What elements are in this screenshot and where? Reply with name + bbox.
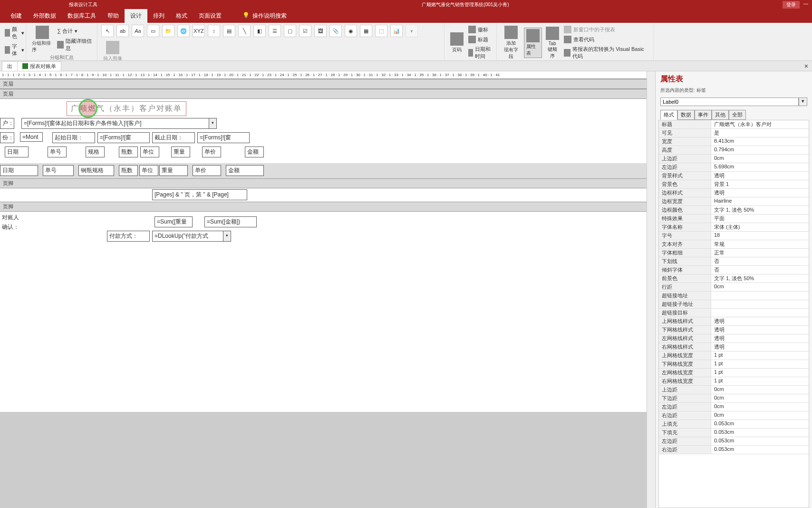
property-row[interactable]: 左网格线宽度1 pt: [659, 369, 809, 377]
property-row[interactable]: 特殊效果平面: [659, 215, 809, 223]
rect-icon[interactable]: ▢: [284, 25, 296, 37]
property-row[interactable]: 高度0.794cm: [659, 146, 809, 155]
close-tab-icon[interactable]: ×: [804, 62, 808, 70]
property-row[interactable]: 上边距0cm: [659, 386, 809, 394]
property-value[interactable]: 广顺燃气（永丰）客户对: [711, 120, 809, 128]
property-row[interactable]: 超链接目标: [659, 309, 809, 317]
controls-gallery[interactable]: ↖ ab Aa ▭ 📁 🌐 XYZ ↕ ▤ ╲ ◧ ☰ ▢ ☑ 🖼 📎 ◉ ▦ …: [101, 25, 440, 63]
group-sort-button[interactable]: 分组和排序: [30, 25, 54, 54]
toggle-icon[interactable]: ◧: [253, 25, 266, 37]
prop-tab-other[interactable]: 其他: [712, 110, 729, 120]
property-value[interactable]: 正常: [711, 249, 809, 257]
tab-external[interactable]: 外部数据: [28, 9, 62, 23]
listbox-icon[interactable]: ☰: [269, 25, 281, 37]
tab-design[interactable]: 设计: [125, 9, 147, 23]
detail-unit[interactable]: 单位: [139, 165, 158, 176]
property-value[interactable]: 0.053cm: [711, 437, 809, 445]
col-spec[interactable]: 规格: [86, 147, 105, 157]
doc-tab-out[interactable]: 出: [2, 61, 17, 71]
property-row[interactable]: 倾斜字体否: [659, 266, 809, 274]
property-row[interactable]: 字体名称宋体 (主体): [659, 223, 809, 232]
customer-label[interactable]: 户：: [0, 118, 14, 129]
property-value[interactable]: 否: [711, 257, 809, 265]
property-row[interactable]: 行距0cm: [659, 283, 809, 292]
start-date-label[interactable]: 起始日期：: [52, 132, 95, 143]
property-row[interactable]: 上网格线宽度1 pt: [659, 352, 809, 360]
totals-button[interactable]: ∑ 合计▾: [56, 27, 93, 36]
property-row[interactable]: 背景色背景 1: [659, 180, 809, 189]
detail-band[interactable]: 日期 单号 钢瓶规格 瓶数 单位 重量 单价 金额: [0, 163, 647, 178]
tab-pagesetup[interactable]: 页面设置: [193, 9, 227, 23]
property-value[interactable]: 透明: [711, 334, 809, 342]
property-row[interactable]: 上填充0.053cm: [659, 420, 809, 429]
customer-field[interactable]: =[Forms]![窗体起始日期和客户条件输入]![客户]: [21, 118, 209, 129]
col-price[interactable]: 单价: [202, 147, 221, 157]
tab-create[interactable]: 创建: [5, 9, 28, 23]
selector-dropdown-icon[interactable]: ▾: [799, 98, 807, 106]
detail-weight[interactable]: 重量: [159, 165, 188, 176]
prop-tab-data[interactable]: 数据: [677, 110, 695, 120]
property-value[interactable]: 0.794cm: [711, 146, 809, 154]
col-amount[interactable]: 金额: [245, 147, 264, 157]
pagebreak-icon[interactable]: ↕: [208, 25, 220, 37]
property-value[interactable]: 0cm: [711, 283, 809, 291]
property-value[interactable]: 0cm: [711, 411, 809, 420]
reconciler-label[interactable]: 对账人: [0, 213, 29, 223]
property-value[interactable]: 0cm: [711, 155, 809, 163]
horizontal-ruler[interactable]: 1 · 1 · 1 · 2 · 1 · 3 · 1 · 4 · 1 · 5 · …: [0, 71, 647, 79]
property-row[interactable]: 左边距0cm: [659, 403, 809, 411]
property-row[interactable]: 边框颜色文字 1, 淡色 50%: [659, 206, 809, 215]
frame-icon[interactable]: ⬚: [375, 25, 387, 37]
label-icon[interactable]: Aa: [132, 25, 144, 37]
payment-label[interactable]: 付款方式：: [107, 231, 150, 242]
property-row[interactable]: 字号18: [659, 232, 809, 240]
property-row[interactable]: 边框样式透明: [659, 189, 809, 197]
add-fields-button[interactable]: 添加 现有字段: [501, 25, 522, 61]
detail-no[interactable]: 单号: [43, 165, 74, 176]
subform-icon[interactable]: ▦: [360, 25, 372, 37]
property-value[interactable]: 0.053cm: [711, 446, 809, 454]
property-grid[interactable]: 标题广顺燃气（永丰）客户对可见是宽度8.413cm高度0.794cm上边距0cm…: [658, 120, 809, 508]
property-row[interactable]: 右边距0.053cm: [659, 446, 809, 454]
property-value[interactable]: 透明: [711, 317, 809, 325]
property-row[interactable]: 左网格线样式透明: [659, 334, 809, 343]
property-value[interactable]: 背景 1: [711, 180, 809, 188]
property-value[interactable]: 宋体 (主体): [711, 223, 809, 231]
page-expr-field[interactable]: [Pages] & " 页，第 " & [Page]: [152, 189, 247, 200]
property-value[interactable]: 平面: [711, 215, 809, 223]
end-date-label[interactable]: 截止日期：: [152, 132, 195, 143]
tab-help[interactable]: 帮助: [102, 9, 125, 23]
button-icon[interactable]: ▭: [147, 25, 159, 37]
property-row[interactable]: 文本对齐常规: [659, 240, 809, 249]
property-value[interactable]: 1 pt: [711, 377, 809, 385]
property-row[interactable]: 背景样式透明: [659, 172, 809, 180]
link-icon[interactable]: 🌐: [177, 25, 190, 37]
property-value[interactable]: 常规: [711, 240, 809, 248]
line-icon[interactable]: ╲: [238, 25, 251, 37]
option-icon[interactable]: ◉: [345, 25, 357, 37]
detail-date[interactable]: 日期: [0, 165, 38, 176]
detail-spec[interactable]: 钢瓶规格: [78, 165, 114, 176]
property-value[interactable]: 透明: [711, 326, 809, 334]
property-row[interactable]: 左边距0.053cm: [659, 437, 809, 446]
month-label[interactable]: 份：: [0, 132, 14, 143]
col-unit[interactable]: 单位: [140, 147, 159, 157]
detail-price[interactable]: 单价: [193, 165, 221, 176]
vertical-scrollbar[interactable]: [647, 71, 655, 508]
nav-icon[interactable]: XYZ: [193, 25, 205, 37]
col-no[interactable]: 单号: [48, 147, 67, 157]
insert-image-button[interactable]: 插入图像: [101, 40, 124, 63]
property-row[interactable]: 下边距0cm: [659, 394, 809, 403]
hide-details-button[interactable]: 隐藏详细信息: [56, 37, 93, 53]
col-weight[interactable]: 重量: [171, 147, 190, 157]
property-value[interactable]: 1 pt: [711, 369, 809, 377]
start-date-field[interactable]: =[Forms]![窗: [97, 132, 150, 143]
property-row[interactable]: 前景色文字 1, 淡色 50%: [659, 274, 809, 283]
tab-arrange[interactable]: 排列: [147, 9, 170, 23]
combo-arrow-icon[interactable]: ▾: [209, 118, 217, 129]
property-value[interactable]: [711, 300, 809, 308]
attach-icon[interactable]: 📎: [329, 25, 342, 37]
textbox-icon[interactable]: ab: [116, 25, 129, 37]
report-footer-band[interactable]: 对账人 确认： =Sum([重量 =Sum([金额]) 付款方式： =DLook…: [0, 212, 647, 245]
report-header-bar[interactable]: 页眉: [0, 79, 647, 89]
